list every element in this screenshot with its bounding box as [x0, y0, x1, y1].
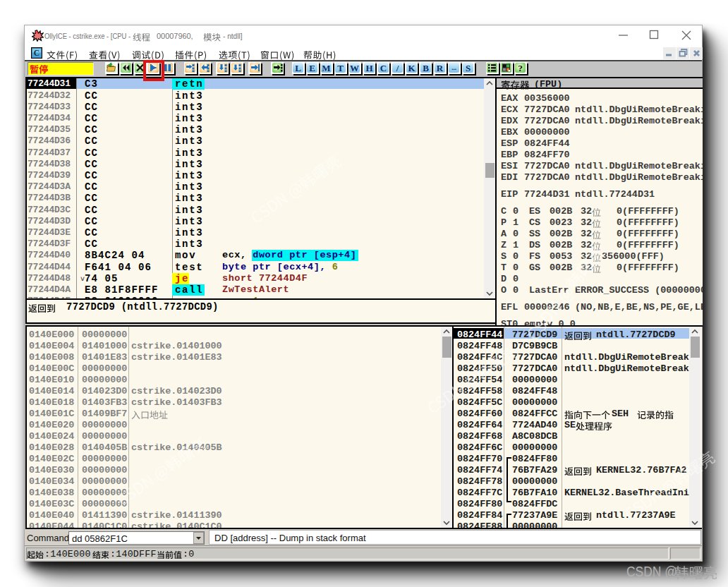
svg-text:C: C — [34, 49, 40, 57]
svg-text:W: W — [350, 63, 359, 73]
svg-text:/: / — [395, 63, 399, 73]
svg-text:E: E — [309, 63, 315, 73]
svg-text:?: ? — [518, 63, 523, 73]
svg-text:B: B — [423, 63, 429, 73]
svg-text:T: T — [337, 63, 344, 73]
svg-text:R: R — [437, 63, 444, 73]
svg-text:C: C — [380, 63, 386, 73]
svg-text:M: M — [322, 63, 331, 73]
svg-text:...: ... — [451, 64, 456, 71]
svg-text:S: S — [466, 63, 471, 73]
svg-text:K: K — [408, 63, 415, 73]
svg-text:L: L — [295, 63, 301, 73]
svg-text:H: H — [365, 63, 372, 73]
